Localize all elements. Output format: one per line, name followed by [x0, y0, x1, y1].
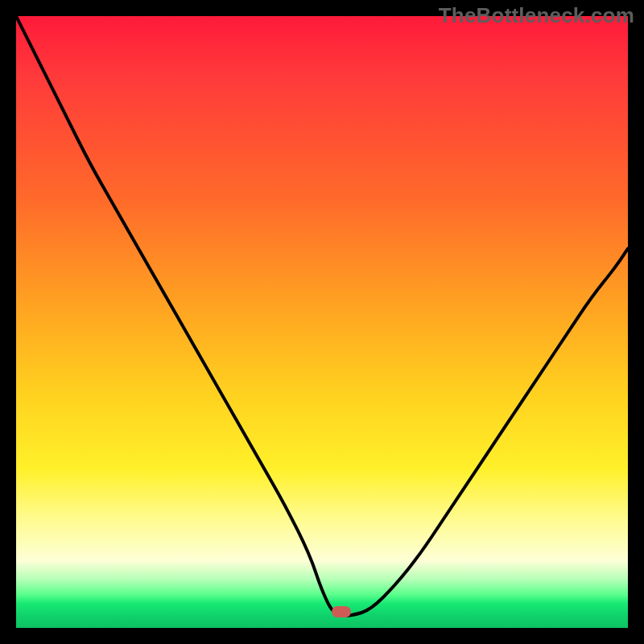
minimum-marker: [332, 606, 351, 617]
chart-frame: TheBottleneck.com: [0, 0, 644, 644]
plot-area: [16, 16, 628, 628]
bottleneck-curve: [16, 16, 628, 628]
watermark-text: TheBottleneck.com: [439, 3, 634, 28]
